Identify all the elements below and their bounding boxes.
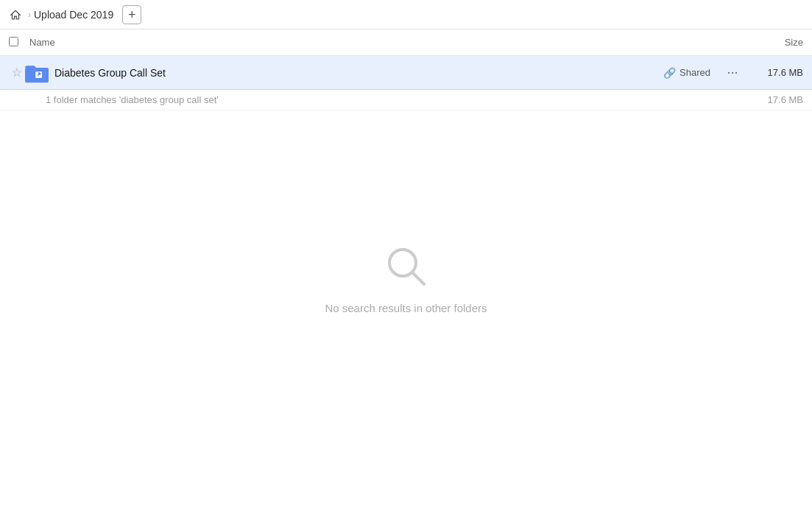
breadcrumb-label: Upload Dec 2019 (34, 9, 113, 21)
empty-state: No search results in other folders (0, 243, 812, 314)
star-icon (12, 68, 22, 78)
star-button[interactable] (9, 68, 25, 78)
file-name: Diabetes Group Call Set (54, 67, 663, 79)
select-all-checkbox[interactable] (9, 37, 29, 49)
breadcrumb-bar: › Upload Dec 2019 + (0, 0, 812, 29)
table-row[interactable]: Diabetes Group Call Set 🔗 Shared ··· 17.… (0, 56, 812, 90)
col-size-header: Size (744, 37, 803, 48)
more-options-button[interactable]: ··· (722, 63, 743, 83)
summary-row: 1 folder matches 'diabetes group call se… (0, 90, 812, 110)
link-icon: 🔗 (663, 67, 676, 79)
folder-icon-wrap (25, 61, 49, 85)
shared-label: Shared (679, 67, 710, 78)
folder-icon (25, 63, 49, 83)
col-name-header: Name (29, 37, 744, 48)
no-results-icon (383, 243, 430, 290)
summary-text: 1 folder matches 'diabetes group call se… (46, 94, 752, 105)
file-size: 17.6 MB (752, 67, 803, 78)
add-button[interactable]: + (122, 5, 141, 24)
empty-state-message: No search results in other folders (325, 302, 487, 314)
summary-size: 17.6 MB (752, 94, 803, 105)
svg-line-4 (412, 272, 424, 284)
table-header: Name Size (0, 29, 812, 56)
home-icon (9, 8, 22, 21)
shared-badge: 🔗 Shared (663, 67, 710, 79)
checkbox-input[interactable] (9, 37, 18, 46)
breadcrumb-chevron: › (28, 10, 31, 20)
home-button[interactable] (9, 8, 22, 21)
